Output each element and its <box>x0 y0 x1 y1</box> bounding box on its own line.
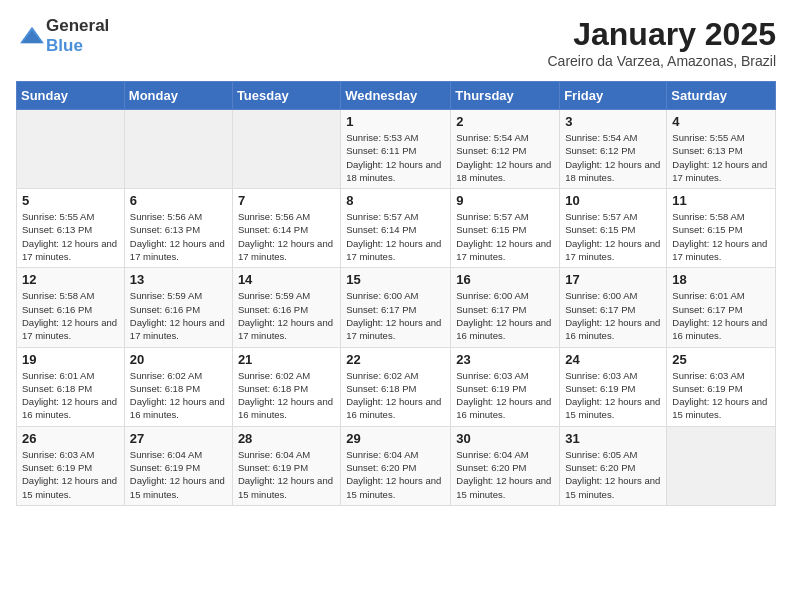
day-number: 21 <box>238 352 335 367</box>
calendar-cell: 4Sunrise: 5:55 AM Sunset: 6:13 PM Daylig… <box>667 110 776 189</box>
day-info: Sunrise: 6:00 AM Sunset: 6:17 PM Dayligh… <box>346 289 445 342</box>
day-number: 18 <box>672 272 770 287</box>
calendar-week-row: 26Sunrise: 6:03 AM Sunset: 6:19 PM Dayli… <box>17 426 776 505</box>
calendar-cell: 30Sunrise: 6:04 AM Sunset: 6:20 PM Dayli… <box>451 426 560 505</box>
day-number: 22 <box>346 352 445 367</box>
day-info: Sunrise: 5:55 AM Sunset: 6:13 PM Dayligh… <box>672 131 770 184</box>
day-number: 19 <box>22 352 119 367</box>
calendar-cell: 29Sunrise: 6:04 AM Sunset: 6:20 PM Dayli… <box>341 426 451 505</box>
day-number: 28 <box>238 431 335 446</box>
day-info: Sunrise: 6:04 AM Sunset: 6:20 PM Dayligh… <box>456 448 554 501</box>
calendar-week-row: 12Sunrise: 5:58 AM Sunset: 6:16 PM Dayli… <box>17 268 776 347</box>
day-number: 24 <box>565 352 661 367</box>
day-number: 30 <box>456 431 554 446</box>
day-info: Sunrise: 5:57 AM Sunset: 6:14 PM Dayligh… <box>346 210 445 263</box>
day-info: Sunrise: 5:56 AM Sunset: 6:14 PM Dayligh… <box>238 210 335 263</box>
day-info: Sunrise: 6:02 AM Sunset: 6:18 PM Dayligh… <box>130 369 227 422</box>
calendar-cell: 18Sunrise: 6:01 AM Sunset: 6:17 PM Dayli… <box>667 268 776 347</box>
day-number: 29 <box>346 431 445 446</box>
day-number: 13 <box>130 272 227 287</box>
day-number: 23 <box>456 352 554 367</box>
day-number: 2 <box>456 114 554 129</box>
day-info: Sunrise: 6:01 AM Sunset: 6:17 PM Dayligh… <box>672 289 770 342</box>
day-info: Sunrise: 6:04 AM Sunset: 6:19 PM Dayligh… <box>238 448 335 501</box>
day-info: Sunrise: 6:01 AM Sunset: 6:18 PM Dayligh… <box>22 369 119 422</box>
day-info: Sunrise: 6:03 AM Sunset: 6:19 PM Dayligh… <box>22 448 119 501</box>
calendar-cell: 1Sunrise: 5:53 AM Sunset: 6:11 PM Daylig… <box>341 110 451 189</box>
day-info: Sunrise: 5:59 AM Sunset: 6:16 PM Dayligh… <box>130 289 227 342</box>
calendar-cell: 9Sunrise: 5:57 AM Sunset: 6:15 PM Daylig… <box>451 189 560 268</box>
calendar-cell: 3Sunrise: 5:54 AM Sunset: 6:12 PM Daylig… <box>560 110 667 189</box>
day-number: 16 <box>456 272 554 287</box>
calendar-cell: 25Sunrise: 6:03 AM Sunset: 6:19 PM Dayli… <box>667 347 776 426</box>
day-number: 17 <box>565 272 661 287</box>
page-header: General Blue January 2025 Careiro da Var… <box>16 16 776 69</box>
calendar-cell: 7Sunrise: 5:56 AM Sunset: 6:14 PM Daylig… <box>232 189 340 268</box>
calendar-cell: 23Sunrise: 6:03 AM Sunset: 6:19 PM Dayli… <box>451 347 560 426</box>
day-info: Sunrise: 5:55 AM Sunset: 6:13 PM Dayligh… <box>22 210 119 263</box>
logo-general: General <box>46 16 109 35</box>
day-info: Sunrise: 6:00 AM Sunset: 6:17 PM Dayligh… <box>565 289 661 342</box>
calendar-cell: 11Sunrise: 5:58 AM Sunset: 6:15 PM Dayli… <box>667 189 776 268</box>
calendar-cell: 20Sunrise: 6:02 AM Sunset: 6:18 PM Dayli… <box>124 347 232 426</box>
day-number: 7 <box>238 193 335 208</box>
calendar-week-row: 19Sunrise: 6:01 AM Sunset: 6:18 PM Dayli… <box>17 347 776 426</box>
calendar-cell: 21Sunrise: 6:02 AM Sunset: 6:18 PM Dayli… <box>232 347 340 426</box>
calendar-cell: 17Sunrise: 6:00 AM Sunset: 6:17 PM Dayli… <box>560 268 667 347</box>
weekday-header: Saturday <box>667 82 776 110</box>
weekday-header: Sunday <box>17 82 125 110</box>
day-info: Sunrise: 5:54 AM Sunset: 6:12 PM Dayligh… <box>456 131 554 184</box>
location-title: Careiro da Varzea, Amazonas, Brazil <box>547 53 776 69</box>
calendar-week-row: 5Sunrise: 5:55 AM Sunset: 6:13 PM Daylig… <box>17 189 776 268</box>
day-info: Sunrise: 5:54 AM Sunset: 6:12 PM Dayligh… <box>565 131 661 184</box>
day-number: 20 <box>130 352 227 367</box>
calendar-cell <box>17 110 125 189</box>
day-number: 8 <box>346 193 445 208</box>
calendar-cell <box>232 110 340 189</box>
calendar-cell: 8Sunrise: 5:57 AM Sunset: 6:14 PM Daylig… <box>341 189 451 268</box>
day-info: Sunrise: 6:02 AM Sunset: 6:18 PM Dayligh… <box>238 369 335 422</box>
day-info: Sunrise: 6:04 AM Sunset: 6:20 PM Dayligh… <box>346 448 445 501</box>
calendar-cell: 16Sunrise: 6:00 AM Sunset: 6:17 PM Dayli… <box>451 268 560 347</box>
day-number: 15 <box>346 272 445 287</box>
day-info: Sunrise: 6:05 AM Sunset: 6:20 PM Dayligh… <box>565 448 661 501</box>
calendar-cell <box>124 110 232 189</box>
calendar-cell: 26Sunrise: 6:03 AM Sunset: 6:19 PM Dayli… <box>17 426 125 505</box>
calendar-cell: 22Sunrise: 6:02 AM Sunset: 6:18 PM Dayli… <box>341 347 451 426</box>
day-number: 5 <box>22 193 119 208</box>
calendar-cell: 19Sunrise: 6:01 AM Sunset: 6:18 PM Dayli… <box>17 347 125 426</box>
weekday-header: Tuesday <box>232 82 340 110</box>
logo-blue: Blue <box>46 36 83 55</box>
calendar-cell: 27Sunrise: 6:04 AM Sunset: 6:19 PM Dayli… <box>124 426 232 505</box>
day-info: Sunrise: 6:03 AM Sunset: 6:19 PM Dayligh… <box>672 369 770 422</box>
day-info: Sunrise: 5:58 AM Sunset: 6:16 PM Dayligh… <box>22 289 119 342</box>
weekday-row: SundayMondayTuesdayWednesdayThursdayFrid… <box>17 82 776 110</box>
calendar-cell: 31Sunrise: 6:05 AM Sunset: 6:20 PM Dayli… <box>560 426 667 505</box>
day-number: 12 <box>22 272 119 287</box>
day-number: 4 <box>672 114 770 129</box>
month-title: January 2025 <box>547 16 776 53</box>
day-number: 31 <box>565 431 661 446</box>
day-info: Sunrise: 5:57 AM Sunset: 6:15 PM Dayligh… <box>456 210 554 263</box>
weekday-header: Monday <box>124 82 232 110</box>
day-number: 1 <box>346 114 445 129</box>
calendar-cell: 28Sunrise: 6:04 AM Sunset: 6:19 PM Dayli… <box>232 426 340 505</box>
calendar-cell: 15Sunrise: 6:00 AM Sunset: 6:17 PM Dayli… <box>341 268 451 347</box>
calendar-header: SundayMondayTuesdayWednesdayThursdayFrid… <box>17 82 776 110</box>
day-number: 9 <box>456 193 554 208</box>
calendar-week-row: 1Sunrise: 5:53 AM Sunset: 6:11 PM Daylig… <box>17 110 776 189</box>
day-number: 14 <box>238 272 335 287</box>
calendar-cell: 12Sunrise: 5:58 AM Sunset: 6:16 PM Dayli… <box>17 268 125 347</box>
day-info: Sunrise: 6:03 AM Sunset: 6:19 PM Dayligh… <box>456 369 554 422</box>
day-info: Sunrise: 6:00 AM Sunset: 6:17 PM Dayligh… <box>456 289 554 342</box>
day-info: Sunrise: 5:59 AM Sunset: 6:16 PM Dayligh… <box>238 289 335 342</box>
day-number: 6 <box>130 193 227 208</box>
day-info: Sunrise: 5:56 AM Sunset: 6:13 PM Dayligh… <box>130 210 227 263</box>
calendar-cell: 13Sunrise: 5:59 AM Sunset: 6:16 PM Dayli… <box>124 268 232 347</box>
day-number: 27 <box>130 431 227 446</box>
day-number: 3 <box>565 114 661 129</box>
calendar-cell: 24Sunrise: 6:03 AM Sunset: 6:19 PM Dayli… <box>560 347 667 426</box>
calendar-cell: 10Sunrise: 5:57 AM Sunset: 6:15 PM Dayli… <box>560 189 667 268</box>
calendar-cell: 5Sunrise: 5:55 AM Sunset: 6:13 PM Daylig… <box>17 189 125 268</box>
day-info: Sunrise: 6:04 AM Sunset: 6:19 PM Dayligh… <box>130 448 227 501</box>
